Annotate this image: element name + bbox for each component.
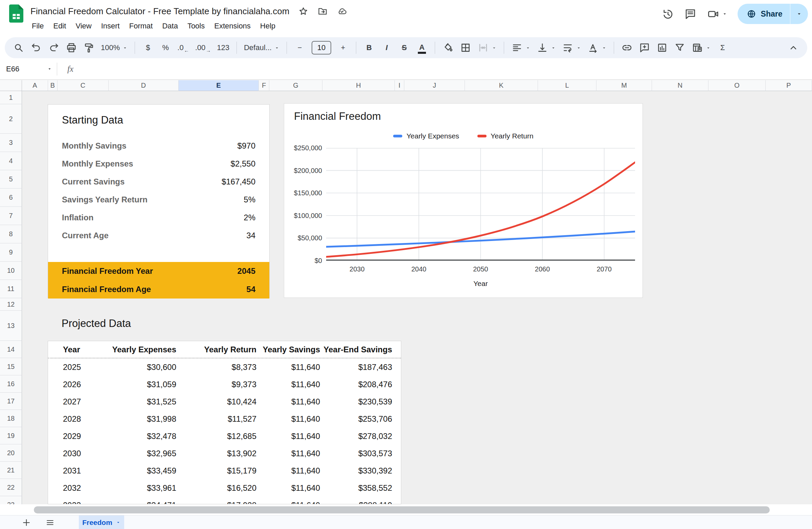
row-header-21[interactable]: 21 bbox=[0, 462, 22, 479]
column-header-K[interactable]: K bbox=[465, 80, 538, 91]
row-header-6[interactable]: 6 bbox=[0, 188, 22, 207]
row-header-16[interactable]: 16 bbox=[0, 375, 22, 392]
column-header-J[interactable]: J bbox=[404, 80, 465, 91]
comments-icon[interactable] bbox=[684, 8, 697, 20]
format-number-button[interactable]: 123 bbox=[215, 40, 231, 56]
highlight-row[interactable]: Financial Freedom Year2045 bbox=[48, 262, 269, 280]
menu-tools[interactable]: Tools bbox=[183, 20, 209, 32]
row-header-17[interactable]: 17 bbox=[0, 392, 22, 410]
functions-button[interactable]: Σ bbox=[715, 40, 730, 56]
row-header-10[interactable]: 10 bbox=[0, 262, 22, 280]
insert-link-icon[interactable] bbox=[619, 40, 635, 56]
version-history-icon[interactable] bbox=[662, 8, 674, 20]
row-header-14[interactable]: 14 bbox=[0, 341, 22, 358]
projected-data-row[interactable]: 2033$34,471$17,928$11,640$388,119 bbox=[48, 497, 401, 504]
column-header-P[interactable]: P bbox=[766, 80, 812, 91]
column-header-I[interactable]: I bbox=[395, 80, 404, 91]
row-header-4[interactable]: 4 bbox=[0, 152, 22, 170]
row-header-18[interactable]: 18 bbox=[0, 410, 22, 427]
insert-comment-icon[interactable] bbox=[637, 40, 652, 56]
horizontal-align-icon[interactable] bbox=[509, 40, 533, 56]
fx-icon[interactable]: fx bbox=[67, 64, 73, 74]
select-all-corner[interactable] bbox=[0, 80, 22, 91]
row-header-7[interactable]: 7 bbox=[0, 207, 22, 225]
zoom-select[interactable]: 100% bbox=[99, 40, 130, 56]
column-header-N[interactable]: N bbox=[652, 80, 709, 91]
bold-button[interactable]: B bbox=[361, 40, 377, 56]
italic-button[interactable]: I bbox=[379, 40, 394, 56]
column-header-F[interactable]: F bbox=[259, 80, 269, 91]
document-title[interactable]: Financial Freedom Calculator - Free Temp… bbox=[30, 6, 289, 17]
highlight-row[interactable]: Financial Freedom Age54 bbox=[48, 280, 269, 299]
column-header-O[interactable]: O bbox=[709, 80, 766, 91]
starting-data-row[interactable]: Inflation2% bbox=[48, 209, 269, 226]
row-header-9[interactable]: 9 bbox=[0, 243, 22, 262]
row-header-2[interactable]: 2 bbox=[0, 104, 22, 134]
row-header-1[interactable]: 1 bbox=[0, 91, 22, 104]
row-header-20[interactable]: 20 bbox=[0, 444, 22, 462]
row-header-22[interactable]: 22 bbox=[0, 479, 22, 496]
column-header-E[interactable]: E bbox=[179, 80, 259, 91]
create-filter-icon[interactable] bbox=[672, 40, 687, 56]
starting-data-row[interactable]: Monthly Savings$970 bbox=[48, 137, 269, 155]
folder-move-icon[interactable] bbox=[317, 6, 328, 17]
column-header-B[interactable]: B bbox=[48, 80, 58, 91]
add-sheet-button[interactable] bbox=[19, 515, 34, 529]
horizontal-scrollbar[interactable] bbox=[34, 506, 770, 513]
text-color-button[interactable]: A bbox=[414, 40, 430, 56]
row-header-15[interactable]: 15 bbox=[0, 358, 22, 375]
row-header-3[interactable]: 3 bbox=[0, 134, 22, 152]
column-header-G[interactable]: G bbox=[269, 80, 322, 91]
paint-format-icon[interactable] bbox=[81, 40, 97, 56]
row-header-19[interactable]: 19 bbox=[0, 427, 22, 444]
starting-data-row[interactable]: Savings Yearly Return5% bbox=[48, 190, 269, 209]
menu-view[interactable]: View bbox=[71, 20, 96, 32]
projected-data-row[interactable]: 2025$30,600$8,373$11,640$187,463 bbox=[48, 358, 401, 376]
share-dropdown-button[interactable] bbox=[791, 4, 808, 24]
decrease-font-size-button[interactable]: − bbox=[292, 40, 307, 56]
collapse-toolbar-icon[interactable] bbox=[786, 40, 801, 56]
financial-freedom-chart[interactable]: Financial Freedom Yearly ExpensesYearly … bbox=[284, 103, 643, 298]
projected-data-row[interactable]: 2027$31,525$10,424$11,640$230,539 bbox=[48, 393, 401, 410]
name-box[interactable]: E66 bbox=[0, 65, 57, 73]
projected-header-row[interactable]: YearYearly ExpensesYearly ReturnYearly S… bbox=[48, 341, 401, 358]
menu-insert[interactable]: Insert bbox=[97, 20, 125, 32]
menu-file[interactable]: File bbox=[27, 20, 48, 32]
print-icon[interactable] bbox=[63, 40, 79, 56]
projected-data-row[interactable]: 2026$31,059$9,373$11,640$208,476 bbox=[48, 376, 401, 393]
starting-data-row[interactable]: Current Savings$167,450 bbox=[48, 173, 269, 190]
projected-data-row[interactable]: 2028$31,998$11,527$11,640$253,706 bbox=[48, 410, 401, 427]
video-call-button[interactable] bbox=[707, 8, 727, 20]
projected-data-row[interactable]: 2029$32,478$12,685$11,640$278,032 bbox=[48, 427, 401, 445]
table-views-icon[interactable] bbox=[690, 40, 713, 56]
projected-data-row[interactable]: 2030$32,965$13,902$11,640$303,573 bbox=[48, 445, 401, 462]
row-header-8[interactable]: 8 bbox=[0, 225, 22, 243]
column-header-D[interactable]: D bbox=[108, 80, 179, 91]
undo-icon[interactable] bbox=[28, 40, 44, 56]
text-wrap-icon[interactable] bbox=[560, 40, 583, 56]
all-sheets-button[interactable] bbox=[43, 515, 58, 529]
font-size-input[interactable]: 10 bbox=[309, 40, 333, 56]
row-header-13[interactable]: 13 bbox=[0, 311, 22, 341]
column-header-C[interactable]: C bbox=[58, 80, 108, 91]
vertical-align-icon[interactable] bbox=[535, 40, 558, 56]
strikethrough-button[interactable]: S bbox=[396, 40, 412, 56]
menu-format[interactable]: Format bbox=[125, 20, 158, 32]
decrease-decimal-button[interactable]: .0← bbox=[175, 40, 191, 56]
column-header-L[interactable]: L bbox=[538, 80, 596, 91]
share-button[interactable]: Share bbox=[738, 4, 790, 24]
row-header-12[interactable]: 12 bbox=[0, 298, 22, 311]
column-header-A[interactable]: A bbox=[22, 80, 48, 91]
starting-data-row[interactable]: Monthly Expenses$2,550 bbox=[48, 155, 269, 173]
projected-data-row[interactable]: 2031$33,459$15,179$11,640$330,392 bbox=[48, 462, 401, 479]
starting-data-title[interactable]: Starting Data bbox=[62, 114, 123, 126]
increase-font-size-button[interactable]: + bbox=[335, 40, 351, 56]
projected-data-title[interactable]: Projected Data bbox=[61, 317, 131, 330]
search-icon[interactable] bbox=[11, 40, 26, 56]
row-header-11[interactable]: 11 bbox=[0, 280, 22, 298]
format-percent-button[interactable]: % bbox=[158, 40, 173, 56]
text-rotation-icon[interactable] bbox=[585, 40, 609, 56]
sheets-logo-icon[interactable] bbox=[9, 4, 23, 23]
chevron-down-icon[interactable] bbox=[722, 11, 727, 17]
format-currency-button[interactable]: $ bbox=[140, 40, 156, 56]
